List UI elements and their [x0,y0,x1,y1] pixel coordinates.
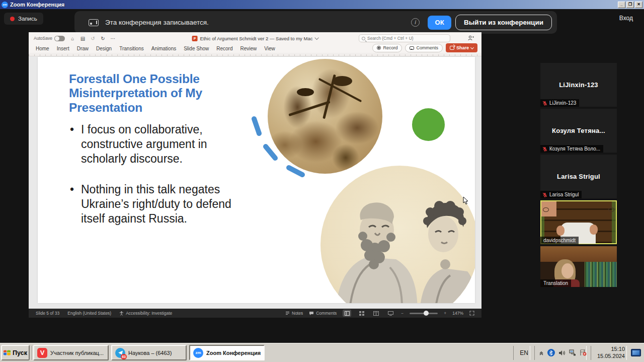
participant-tile[interactable]: Larisa Strigul Larisa Strigul [540,155,617,198]
ribbon-tabs: Home Insert Draw Design Transitions Anim… [29,44,481,53]
network-icon[interactable] [569,349,576,356]
language-status[interactable]: English (United States) [67,311,111,316]
search-icon [362,37,365,40]
record-button[interactable]: Record [372,44,402,52]
participant-face [541,201,556,216]
taskbar-item-label: Zoom Конференция [206,350,261,356]
document-title-group[interactable]: P Ethic of Argument Schmidt ver 2 — Save… [192,36,318,41]
participant-label: Larisa Strigul [540,191,582,198]
volume-icon[interactable] [558,350,566,356]
taskbar-item-label: Участник публикац... [50,350,104,356]
bluetooth-icon[interactable] [547,349,555,356]
undo-icon[interactable]: ↺ [89,35,97,42]
comments-button[interactable]: Comments [405,44,443,52]
tab-animations[interactable]: Animations [151,46,176,51]
share-chevron-icon [470,45,474,49]
autosave-toggle[interactable] [54,36,65,41]
share-button[interactable]: Share [446,43,477,52]
tab-review[interactable]: Review [240,46,257,51]
save-icon[interactable]: ▤ [79,35,87,42]
minimize-button[interactable]: _ [618,2,625,8]
comment-icon [410,46,414,50]
share-presence-icon[interactable] [467,35,474,42]
slide-canvas: Forestall One Possible Misinterpretation… [29,56,481,309]
more-commands-icon[interactable]: ⋯ [109,35,117,42]
tab-design[interactable]: Design [96,46,112,51]
windows-logo-icon [4,349,11,356]
search-input[interactable] [367,36,447,41]
show-hidden-icons-chevron[interactable] [539,350,544,355]
participant-label: Translation [540,279,571,287]
redo-icon[interactable]: ↻ [99,35,107,42]
tab-slideshow[interactable]: Slide Show [184,46,209,51]
normal-view-button[interactable] [343,310,351,317]
autosave-label: AutoSave [34,36,52,41]
document-title: Ethic of Argument Schmidt ver 2 — Saved … [200,36,313,41]
sign-in-link[interactable]: Вход [619,15,633,22]
recording-indicator[interactable]: Запись [4,13,43,25]
tray-clock[interactable]: 15:10 15.05.2024 [595,346,627,360]
chevron-down-icon [314,35,318,39]
start-button[interactable]: Пуск [1,345,30,360]
taskbar-item-zoom[interactable]: zm Zoom Конференция [189,345,265,360]
slide-counter: Slide 5 of 33 [36,311,59,316]
info-icon[interactable]: i [411,18,420,27]
restore-button[interactable]: ❐ [626,2,634,8]
leave-meeting-button[interactable]: Выйти из конференции [455,15,552,30]
close-button[interactable]: ✕ [635,2,642,8]
show-desktop-icon[interactable] [631,349,641,356]
taskbar-item-label: Наукова – (6463) [128,350,172,356]
powerpoint-doc-icon: P [192,36,198,41]
taskbar-item-telegram[interactable]: 63 Наукова – (6463) [111,345,187,360]
notes-icon [285,311,290,316]
fit-slide-button[interactable] [469,311,474,316]
zoom-out-button[interactable]: − [401,311,404,316]
recording-message: Эта конференция записывается. [105,19,209,26]
tab-draw[interactable]: Draw [77,46,89,51]
slide-sorter-view-button[interactable] [357,310,366,317]
zoom-level[interactable]: 147% [452,311,463,316]
zoom-in-button[interactable]: + [444,311,446,316]
accessibility-icon [119,311,124,316]
zoom-slider-knob[interactable] [424,311,429,316]
participant-tile[interactable]: LiJinxin-123 LiJinxin-123 [540,63,617,107]
accessibility-status[interactable]: Accessibility: Investigate [119,311,172,316]
tray-time: 15:10 [597,346,625,353]
security-alert-flag-icon[interactable] [580,349,587,356]
comments-button-label: Comments [416,45,438,50]
participant-tile[interactable]: Козуля Тетяна... Козуля Тетяна Воло... [540,109,617,153]
comments-icon [309,311,314,316]
participant-label: davidpschmidt [540,237,579,244]
participant-tile-active-speaker[interactable]: davidpschmidt [540,200,617,244]
home-icon[interactable]: ⌂ [69,35,76,42]
tab-view[interactable]: View [264,46,275,51]
window-titlebar: zm Zoom Конференция _ ❐ ✕ [0,0,644,9]
zoom-slider[interactable] [410,313,438,314]
quick-access-toolbar: AutoSave ⌂ ▤ ↺ ↻ ⋯ P Ethic of Argument S… [29,32,481,44]
search-box[interactable] [359,34,450,42]
participant-face [561,263,574,278]
tab-record[interactable]: Record [216,46,232,51]
recording-dot-icon [10,17,15,21]
notes-button[interactable]: Notes [285,311,303,316]
recording-label: Запись [18,16,37,22]
slideshow-view-button[interactable] [386,310,395,317]
reading-view-button[interactable] [372,310,380,317]
ppt-status-bar: Slide 5 of 33 English (United States) Ac… [29,309,481,318]
taskbar-item-browser[interactable]: V Участник публикац... [33,345,109,360]
record-icon [377,46,381,50]
tab-transitions[interactable]: Transitions [119,46,144,51]
muted-mic-icon [542,192,547,197]
taskbar: Пуск V Участник публикац... 63 Наукова –… [0,343,644,362]
green-circle-decoration [412,108,445,141]
language-indicator[interactable]: EN [518,349,530,356]
tab-insert[interactable]: Insert [57,46,69,51]
recording-camera-icon [89,19,99,26]
record-button-label: Record [383,45,397,50]
telegram-icon: 63 [115,348,125,358]
tab-home[interactable]: Home [36,46,49,51]
comments-status-button[interactable]: Comments [309,311,337,316]
participant-tile[interactable]: Translation [540,246,617,287]
ok-button[interactable]: ОК [428,16,451,30]
zoom-taskbar-icon: zm [193,348,203,358]
